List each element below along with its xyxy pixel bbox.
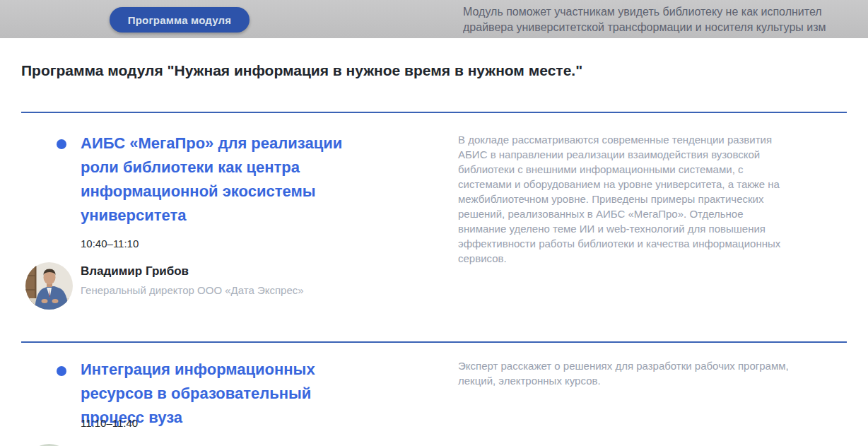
session-time: 11:10–11:40 xyxy=(81,417,138,429)
section-divider xyxy=(21,341,847,343)
bullet-dot-icon xyxy=(57,366,66,376)
module-summary: Модуль поможет участникам увидеть библио… xyxy=(463,4,868,37)
top-bar: Программа модуля Модуль поможет участник… xyxy=(0,0,868,38)
speaker-photo-icon xyxy=(25,262,73,310)
session-title-link[interactable]: АИБС «МегаПро» для реализации роли библи… xyxy=(81,131,374,228)
session-time: 10:40–11:10 xyxy=(81,237,139,250)
speaker-name: Владимир Грибов xyxy=(81,264,189,278)
page-title: Программа модуля "Нужная информация в ну… xyxy=(21,62,799,79)
section-divider xyxy=(21,112,847,113)
bullet-dot-icon xyxy=(57,139,66,149)
session-description: В докладе рассматриваются современные те… xyxy=(458,132,793,266)
speaker-avatar xyxy=(25,262,73,310)
speaker-role: Генеральный директор ООО «Дата Экспрес» xyxy=(81,284,304,296)
program-module-button[interactable]: Программа модуля xyxy=(110,7,250,33)
module-summary-line-2: драйвера университетской трансформации и… xyxy=(463,20,868,35)
session-description: Эксперт расскажет о решениях для разрабо… xyxy=(458,358,793,388)
module-summary-line-1: Модуль поможет участникам увидеть библио… xyxy=(463,4,868,20)
